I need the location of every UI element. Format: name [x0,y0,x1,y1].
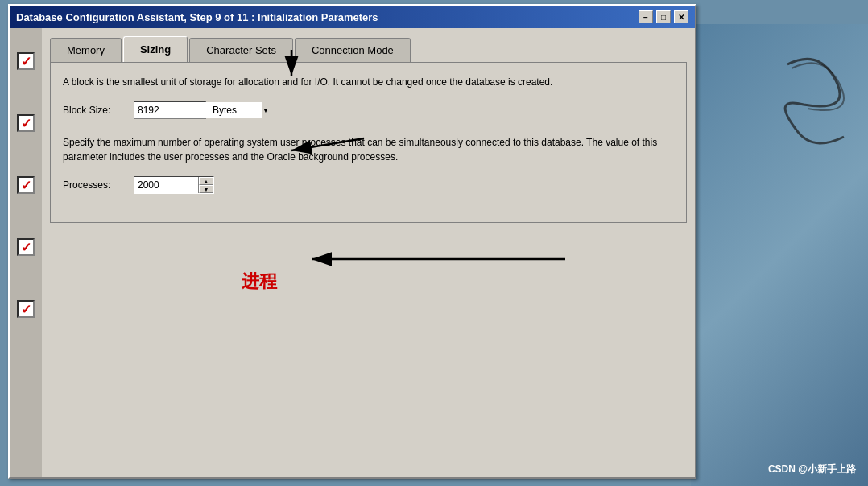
maximize-button[interactable]: □ [656,10,671,23]
window-title: Database Configuration Assistant, Step 9… [16,11,378,23]
processes-spinner: ▲ ▼ [134,176,214,194]
sidebar: ✓ ✓ ✓ ✓ ✓ [10,28,42,477]
checkmark-1: ✓ [21,54,31,69]
right-decoration [691,24,868,486]
block-size-description: A block is the smallest unit of storage … [63,75,674,89]
tab-panel-sizing: A block is the smallest unit of storage … [50,62,687,223]
sidebar-check-1: ✓ [17,52,35,70]
block-size-input[interactable] [134,102,262,118]
tab-memory[interactable]: Memory [50,38,122,62]
minimize-button[interactable]: − [639,10,653,23]
sidebar-check-5: ✓ [17,300,35,318]
spinner-up-button[interactable]: ▲ [199,177,213,185]
title-bar: Database Configuration Assistant, Step 9… [10,6,695,28]
block-size-dropdown[interactable]: ▼ [134,101,206,119]
block-size-label: Block Size: [63,105,127,116]
title-bar-controls: − □ ✕ [639,10,688,23]
close-button[interactable]: ✕ [674,10,688,23]
processes-input[interactable] [134,177,199,193]
processes-row: Processes: ▲ ▼ [63,176,674,194]
tab-connection-mode[interactable]: Connection Mode [295,38,411,62]
tab-sizing[interactable]: Sizing [123,36,188,62]
checkmark-5: ✓ [21,302,31,317]
content-area: Memory Sizing Character Sets Connection … [42,28,695,477]
checkmark-3: ✓ [21,178,31,193]
processes-description: Specify the maximum number of operating … [63,135,674,164]
block-size-dropdown-arrow[interactable]: ▼ [262,102,269,118]
sidebar-check-3: ✓ [17,176,35,194]
sidebar-check-4: ✓ [17,238,35,256]
checkmark-2: ✓ [21,116,31,131]
tabs-container: Memory Sizing Character Sets Connection … [50,36,687,62]
watermark: CSDN @小新手上路 [768,463,856,476]
tab-character-sets[interactable]: Character Sets [189,38,293,62]
block-size-unit: Bytes [213,105,237,116]
sidebar-check-2: ✓ [17,114,35,132]
checkmark-4: ✓ [21,240,31,255]
processes-label: Processes: [63,179,127,191]
spinner-down-button[interactable]: ▼ [199,185,213,193]
block-size-row: Block Size: ▼ Bytes [63,101,674,119]
dialog-window: Database Configuration Assistant, Step 9… [8,4,696,479]
spinner-buttons: ▲ ▼ [199,177,213,193]
decoration-scribble [723,40,868,201]
